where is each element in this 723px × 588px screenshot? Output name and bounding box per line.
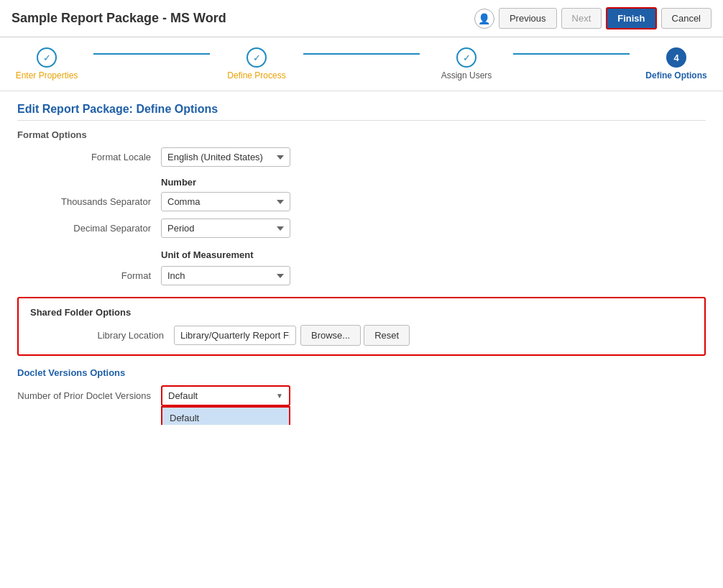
format-locale-group: Format Locale English (United States) [17, 147, 706, 167]
reset-button[interactable]: Reset [364, 325, 410, 346]
browse-button[interactable]: Browse... [300, 325, 361, 346]
doclet-versions-value: Default [168, 390, 198, 401]
doclet-section: Doclet Versions Options Number of Prior … [17, 367, 706, 406]
doclet-versions-label: Number of Prior Doclet Versions [17, 390, 161, 401]
library-location-input[interactable] [174, 326, 296, 345]
thousands-separator-group: Thousands Separator Comma Period Space N… [17, 192, 706, 211]
connector-2 [303, 53, 420, 55]
doclet-versions-options: Default 10 20 30 40 50 [161, 406, 290, 425]
thousands-separator-label: Thousands Separator [17, 196, 161, 207]
number-label: Number [161, 177, 196, 188]
step-label-2: Define Process [227, 70, 285, 81]
wizard-steps: ✓ Enter Properties ✓ Define Process ✓ As… [0, 37, 723, 91]
uom-format-select[interactable]: Inch Centimeter [161, 266, 290, 285]
thousands-separator-select[interactable]: Comma Period Space None [161, 192, 290, 211]
doclet-versions-group: Number of Prior Doclet Versions Default … [17, 385, 706, 406]
library-location-label: Library Location [30, 330, 174, 341]
top-actions: 👤 Previous Next Finish Cancel [474, 7, 712, 29]
step-assign-users: ✓ Assign Users [420, 47, 513, 81]
cancel-button[interactable]: Cancel [661, 8, 712, 29]
step-label-3: Assign Users [441, 70, 492, 81]
doclet-versions-select-display[interactable]: Default ▼ [161, 385, 290, 406]
decimal-separator-label: Decimal Separator [17, 223, 161, 234]
finish-button[interactable]: Finish [606, 7, 656, 29]
shared-folder-title: Shared Folder Options [30, 307, 693, 318]
user-icon: 👤 [474, 9, 494, 29]
uom-section: Unit of Measurement Format Inch Centimet… [17, 249, 706, 285]
step-circle-2: ✓ [247, 47, 267, 68]
format-locale-label: Format Locale [17, 152, 161, 162]
main-content: Edit Report Package: Define Options Form… [0, 91, 723, 425]
decimal-separator-select[interactable]: Period Comma [161, 219, 290, 238]
library-row: Library Location Browse... Reset [30, 325, 693, 346]
top-bar: Sample Report Package - MS Word 👤 Previo… [0, 0, 723, 37]
chevron-down-icon: ▼ [276, 392, 283, 400]
number-section: Number [17, 177, 706, 188]
doclet-option-default[interactable]: Default [162, 408, 289, 425]
step-define-process: ✓ Define Process [210, 47, 303, 81]
step-circle-4: 4 [666, 47, 686, 68]
uom-format-label: Format [17, 270, 161, 281]
step-circle-3: ✓ [456, 47, 476, 68]
connector-1 [93, 53, 210, 55]
format-locale-select[interactable]: English (United States) [161, 147, 290, 167]
step-enter-properties: ✓ Enter Properties [0, 47, 93, 81]
section-title: Edit Report Package: Define Options [17, 103, 706, 121]
uom-label: Unit of Measurement [161, 249, 254, 260]
previous-button[interactable]: Previous [499, 8, 557, 29]
page-title: Sample Report Package - MS Word [11, 11, 226, 26]
uom-format-group: Format Inch Centimeter [17, 266, 706, 285]
shared-folder-box: Shared Folder Options Library Location B… [17, 297, 706, 356]
format-options-label: Format Options [17, 129, 706, 140]
step-label-4: Define Options [645, 70, 706, 81]
doclet-title: Doclet Versions Options [17, 367, 706, 378]
decimal-separator-group: Decimal Separator Period Comma [17, 219, 706, 238]
connector-3 [513, 53, 630, 55]
step-label-1: Enter Properties [16, 70, 78, 81]
step-circle-1: ✓ [37, 47, 57, 68]
step-define-options: 4 Define Options [630, 47, 723, 81]
doclet-versions-dropdown-container: Default ▼ Default 10 20 30 40 50 [161, 385, 290, 406]
next-button[interactable]: Next [561, 8, 602, 29]
